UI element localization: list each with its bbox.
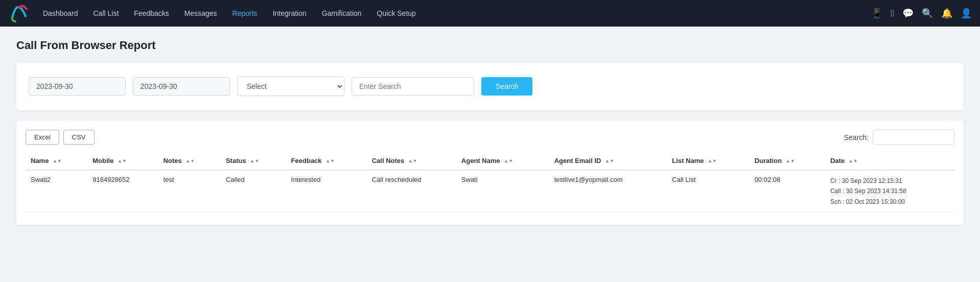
col-name[interactable]: Name ▲▼ <box>26 152 87 170</box>
search-icon[interactable]: 🔍 <box>922 8 933 19</box>
status-select[interactable]: Select <box>237 77 344 96</box>
sort-call-notes-icon: ▲▼ <box>408 159 417 163</box>
col-duration[interactable]: Duration ▲▼ <box>750 152 825 170</box>
search-button[interactable]: Search <box>481 77 532 96</box>
nav-call-list[interactable]: Call List <box>86 6 126 20</box>
cell-agent-name: Swati <box>456 170 549 213</box>
col-date[interactable]: Date ▲▼ <box>825 152 954 170</box>
cell-name: Swati2 <box>26 170 87 213</box>
cell-mobile: 9164928652 <box>87 170 158 213</box>
table-search-label: Search: <box>844 133 869 142</box>
search-input[interactable] <box>352 77 474 96</box>
excel-button[interactable]: Excel <box>26 130 59 145</box>
sort-duration-icon: ▲▼ <box>786 159 795 163</box>
sort-name-icon: ▲▼ <box>53 159 62 163</box>
apple-icon[interactable]:  <box>891 8 894 19</box>
csv-button[interactable]: CSV <box>63 130 95 145</box>
android-icon[interactable]: 📱 <box>871 8 882 19</box>
nav-integration[interactable]: Integration <box>266 6 314 20</box>
bell-icon[interactable]: 🔔 <box>941 8 952 19</box>
cell-date: Cr : 30 Sep 2023 12:15:31Call : 30 Sep 2… <box>825 170 954 213</box>
col-mobile[interactable]: Mobile ▲▼ <box>87 152 158 170</box>
sort-list-name-icon: ▲▼ <box>708 159 717 163</box>
table-row: Swati2 9164928652 test Called Interested… <box>26 170 954 213</box>
nav-quick-setup[interactable]: Quick Setup <box>370 6 423 20</box>
sort-agent-name-icon: ▲▼ <box>504 159 513 163</box>
nav-icons: 📱  💬 🔍 🔔 👤 <box>871 8 972 19</box>
table-search-input[interactable] <box>873 130 954 145</box>
page-title: Call From Browser Report <box>16 39 964 52</box>
report-table: Name ▲▼ Mobile ▲▼ Notes ▲▼ Status ▲▼ <box>26 152 954 213</box>
col-feedback[interactable]: Feedback ▲▼ <box>286 152 367 170</box>
table-header-row: Name ▲▼ Mobile ▲▼ Notes ▲▼ Status ▲▼ <box>26 152 954 170</box>
logo[interactable] <box>8 2 36 25</box>
col-agent-email[interactable]: Agent Email ID ▲▼ <box>549 152 667 170</box>
sort-notes-icon: ▲▼ <box>185 159 195 163</box>
sort-status-icon: ▲▼ <box>250 159 259 163</box>
nav-messages[interactable]: Messages <box>177 6 224 20</box>
nav-gamification[interactable]: Gamification <box>315 6 369 20</box>
cell-call-notes: Call rescheduled <box>367 170 456 213</box>
col-call-notes[interactable]: Call Notes ▲▼ <box>367 152 456 170</box>
nav-dashboard[interactable]: Dashboard <box>36 6 85 20</box>
table-card: Excel CSV Search: Name ▲▼ Mobile ▲▼ Not <box>16 121 964 225</box>
date-to-input[interactable] <box>133 77 230 96</box>
sort-agent-email-icon: ▲▼ <box>605 159 614 163</box>
sort-date-icon: ▲▼ <box>849 159 858 163</box>
col-agent-name[interactable]: Agent Name ▲▼ <box>456 152 549 170</box>
col-notes[interactable]: Notes ▲▼ <box>158 152 221 170</box>
cell-status: Called <box>221 170 286 213</box>
nav-reports[interactable]: Reports <box>225 6 265 20</box>
user-icon[interactable]: 👤 <box>961 8 972 19</box>
sort-feedback-icon: ▲▼ <box>325 159 335 163</box>
cell-feedback: Interested <box>286 170 367 213</box>
sort-mobile-icon: ▲▼ <box>118 159 127 163</box>
cell-notes: test <box>158 170 221 213</box>
cell-list-name: Call List <box>667 170 749 213</box>
date-from-input[interactable] <box>29 77 126 96</box>
nav-feedbacks[interactable]: Feedbacks <box>127 6 176 20</box>
help-icon[interactable]: 💬 <box>902 8 914 19</box>
col-list-name[interactable]: List Name ▲▼ <box>667 152 749 170</box>
filter-row: Select Search <box>29 77 951 96</box>
page-content: Call From Browser Report Select Search E… <box>0 27 980 237</box>
nav-links: Dashboard Call List Feedbacks Messages R… <box>36 6 871 20</box>
filter-card: Select Search <box>16 62 964 110</box>
cell-duration: 00:02:08 <box>750 170 825 213</box>
navbar: Dashboard Call List Feedbacks Messages R… <box>0 0 980 27</box>
col-status[interactable]: Status ▲▼ <box>221 152 286 170</box>
cell-agent-email: testlive1@yopmail.com <box>549 170 667 213</box>
table-toolbar: Excel CSV Search: <box>26 130 954 145</box>
